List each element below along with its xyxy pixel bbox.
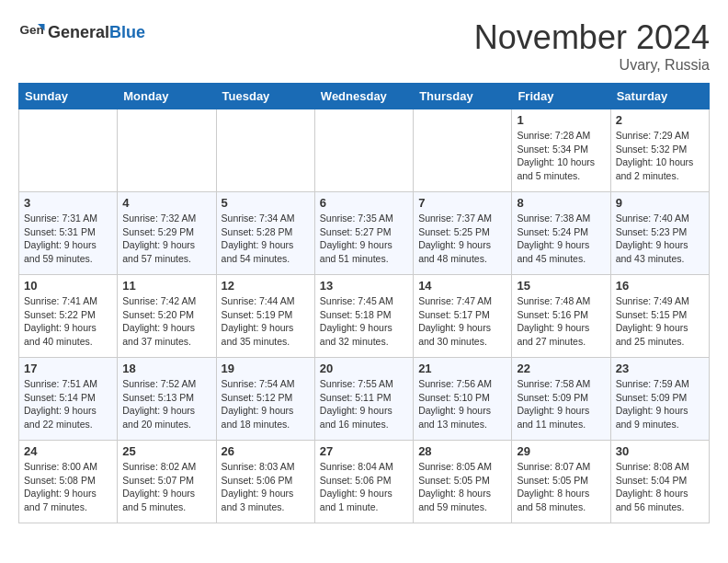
day-number: 3 — [24, 196, 112, 210]
day-number: 9 — [616, 196, 704, 210]
day-info: Sunrise: 7:28 AM Sunset: 5:34 PM Dayligh… — [517, 129, 605, 183]
day-info: Sunrise: 8:04 AM Sunset: 5:06 PM Dayligh… — [320, 460, 408, 514]
location-subtitle: Uvary, Russia — [474, 57, 710, 74]
day-number: 19 — [222, 362, 310, 375]
calendar-cell: 16Sunrise: 7:49 AM Sunset: 5:15 PM Dayli… — [610, 275, 709, 358]
calendar-cell — [314, 109, 413, 192]
calendar-cell: 14Sunrise: 7:47 AM Sunset: 5:17 PM Dayli… — [414, 275, 512, 358]
day-number: 4 — [122, 196, 210, 210]
calendar-cell: 13Sunrise: 7:45 AM Sunset: 5:18 PM Dayli… — [314, 275, 413, 358]
day-info: Sunrise: 7:37 AM Sunset: 5:25 PM Dayligh… — [418, 212, 506, 266]
day-info: Sunrise: 8:00 AM Sunset: 5:08 PM Dayligh… — [24, 460, 112, 514]
calendar-cell: 23Sunrise: 7:59 AM Sunset: 5:09 PM Dayli… — [610, 358, 709, 441]
calendar-week-row: 17Sunrise: 7:51 AM Sunset: 5:14 PM Dayli… — [19, 358, 710, 441]
logo-blue: Blue — [109, 23, 145, 41]
calendar-cell: 28Sunrise: 8:05 AM Sunset: 5:05 PM Dayli… — [414, 441, 512, 523]
day-info: Sunrise: 7:44 AM Sunset: 5:19 PM Dayligh… — [222, 294, 310, 349]
day-number: 15 — [517, 279, 605, 293]
day-number: 24 — [24, 444, 112, 458]
calendar-cell: 19Sunrise: 7:54 AM Sunset: 5:12 PM Dayli… — [216, 358, 314, 441]
day-info: Sunrise: 8:03 AM Sunset: 5:06 PM Dayligh… — [222, 460, 310, 514]
day-info: Sunrise: 7:48 AM Sunset: 5:16 PM Dayligh… — [517, 294, 605, 349]
calendar-cell: 27Sunrise: 8:04 AM Sunset: 5:06 PM Dayli… — [314, 441, 413, 523]
day-header-sunday: Sunday — [19, 84, 118, 109]
calendar-cell: 20Sunrise: 7:55 AM Sunset: 5:11 PM Dayli… — [314, 358, 413, 441]
day-number: 5 — [222, 196, 310, 210]
logo-icon: Gen — [18, 18, 46, 46]
day-number: 12 — [222, 279, 310, 293]
calendar-cell: 29Sunrise: 8:07 AM Sunset: 5:05 PM Dayli… — [512, 441, 610, 523]
calendar-cell: 18Sunrise: 7:52 AM Sunset: 5:13 PM Dayli… — [118, 358, 216, 441]
calendar-cell: 4Sunrise: 7:32 AM Sunset: 5:29 PM Daylig… — [118, 192, 216, 275]
day-header-wednesday: Wednesday — [314, 84, 413, 109]
calendar-table: SundayMondayTuesdayWednesdayThursdayFrid… — [18, 83, 710, 523]
calendar-cell: 22Sunrise: 7:58 AM Sunset: 5:09 PM Dayli… — [512, 358, 610, 441]
day-number: 23 — [616, 362, 704, 375]
calendar-week-row: 1Sunrise: 7:28 AM Sunset: 5:34 PM Daylig… — [19, 109, 710, 192]
day-info: Sunrise: 7:35 AM Sunset: 5:27 PM Dayligh… — [320, 212, 408, 266]
calendar-cell: 1Sunrise: 7:28 AM Sunset: 5:34 PM Daylig… — [512, 109, 610, 192]
calendar-header-row: SundayMondayTuesdayWednesdayThursdayFrid… — [19, 84, 710, 109]
day-number: 25 — [122, 444, 210, 458]
calendar-cell: 5Sunrise: 7:34 AM Sunset: 5:28 PM Daylig… — [216, 192, 314, 275]
calendar-cell: 2Sunrise: 7:29 AM Sunset: 5:32 PM Daylig… — [610, 109, 709, 192]
day-info: Sunrise: 7:34 AM Sunset: 5:28 PM Dayligh… — [222, 212, 310, 266]
calendar-cell — [118, 109, 216, 192]
day-info: Sunrise: 7:56 AM Sunset: 5:10 PM Dayligh… — [418, 377, 506, 431]
calendar-cell — [414, 109, 512, 192]
calendar-cell: 21Sunrise: 7:56 AM Sunset: 5:10 PM Dayli… — [414, 358, 512, 441]
day-number: 10 — [24, 279, 112, 293]
day-info: Sunrise: 8:07 AM Sunset: 5:05 PM Dayligh… — [517, 460, 605, 514]
calendar-cell — [19, 109, 118, 192]
calendar-week-row: 10Sunrise: 7:41 AM Sunset: 5:22 PM Dayli… — [19, 275, 710, 358]
day-number: 8 — [517, 196, 605, 210]
day-info: Sunrise: 7:47 AM Sunset: 5:17 PM Dayligh… — [418, 294, 506, 349]
day-number: 18 — [122, 362, 210, 375]
day-info: Sunrise: 7:45 AM Sunset: 5:18 PM Dayligh… — [320, 294, 408, 349]
day-number: 1 — [517, 113, 605, 127]
day-number: 17 — [24, 362, 112, 375]
day-info: Sunrise: 7:51 AM Sunset: 5:14 PM Dayligh… — [24, 377, 112, 431]
day-info: Sunrise: 8:08 AM Sunset: 5:04 PM Dayligh… — [616, 460, 704, 514]
day-header-tuesday: Tuesday — [216, 84, 314, 109]
day-number: 30 — [616, 444, 704, 458]
day-info: Sunrise: 7:49 AM Sunset: 5:15 PM Dayligh… — [616, 294, 704, 349]
day-number: 13 — [320, 279, 408, 293]
day-info: Sunrise: 7:58 AM Sunset: 5:09 PM Dayligh… — [517, 377, 605, 431]
month-title: November 2024 — [474, 18, 710, 57]
day-header-saturday: Saturday — [610, 84, 709, 109]
header: Gen GeneralBlue November 2024 Uvary, Rus… — [18, 18, 710, 74]
day-info: Sunrise: 7:29 AM Sunset: 5:32 PM Dayligh… — [616, 129, 704, 183]
calendar-cell: 15Sunrise: 7:48 AM Sunset: 5:16 PM Dayli… — [512, 275, 610, 358]
calendar-cell: 30Sunrise: 8:08 AM Sunset: 5:04 PM Dayli… — [610, 441, 709, 523]
day-info: Sunrise: 7:40 AM Sunset: 5:23 PM Dayligh… — [616, 212, 704, 266]
calendar-cell: 11Sunrise: 7:42 AM Sunset: 5:20 PM Dayli… — [118, 275, 216, 358]
day-info: Sunrise: 7:55 AM Sunset: 5:11 PM Dayligh… — [320, 377, 408, 431]
day-number: 29 — [517, 444, 605, 458]
day-number: 27 — [320, 444, 408, 458]
day-info: Sunrise: 7:54 AM Sunset: 5:12 PM Dayligh… — [222, 377, 310, 431]
day-header-monday: Monday — [118, 84, 216, 109]
calendar-cell: 10Sunrise: 7:41 AM Sunset: 5:22 PM Dayli… — [19, 275, 118, 358]
logo: Gen GeneralBlue — [18, 18, 145, 46]
calendar-cell: 6Sunrise: 7:35 AM Sunset: 5:27 PM Daylig… — [314, 192, 413, 275]
calendar-cell: 12Sunrise: 7:44 AM Sunset: 5:19 PM Dayli… — [216, 275, 314, 358]
day-info: Sunrise: 7:38 AM Sunset: 5:24 PM Dayligh… — [517, 212, 605, 266]
day-info: Sunrise: 8:05 AM Sunset: 5:05 PM Dayligh… — [418, 460, 506, 514]
calendar-cell: 7Sunrise: 7:37 AM Sunset: 5:25 PM Daylig… — [414, 192, 512, 275]
day-info: Sunrise: 7:52 AM Sunset: 5:13 PM Dayligh… — [122, 377, 210, 431]
day-number: 16 — [616, 279, 704, 293]
day-info: Sunrise: 7:42 AM Sunset: 5:20 PM Dayligh… — [122, 294, 210, 349]
day-number: 20 — [320, 362, 408, 375]
day-header-friday: Friday — [512, 84, 610, 109]
day-header-thursday: Thursday — [414, 84, 512, 109]
calendar-cell: 8Sunrise: 7:38 AM Sunset: 5:24 PM Daylig… — [512, 192, 610, 275]
calendar-cell: 3Sunrise: 7:31 AM Sunset: 5:31 PM Daylig… — [19, 192, 118, 275]
calendar-cell: 9Sunrise: 7:40 AM Sunset: 5:23 PM Daylig… — [610, 192, 709, 275]
day-number: 11 — [122, 279, 210, 293]
calendar-cell: 24Sunrise: 8:00 AM Sunset: 5:08 PM Dayli… — [19, 441, 118, 523]
day-number: 22 — [517, 362, 605, 375]
calendar-week-row: 24Sunrise: 8:00 AM Sunset: 5:08 PM Dayli… — [19, 441, 710, 523]
day-info: Sunrise: 7:31 AM Sunset: 5:31 PM Dayligh… — [24, 212, 112, 266]
day-number: 7 — [418, 196, 506, 210]
